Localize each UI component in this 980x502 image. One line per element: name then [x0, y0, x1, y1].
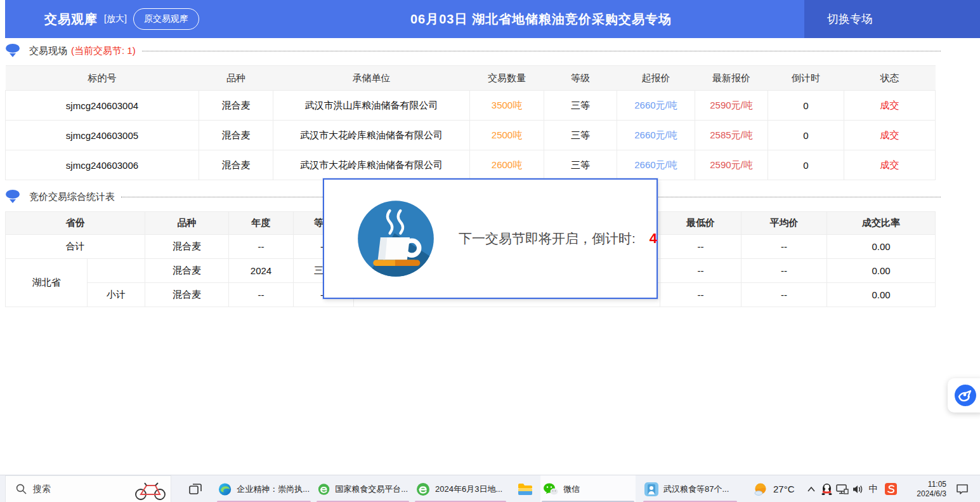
quantity: 3500吨 — [470, 91, 544, 121]
col-avg-price: 平均价 — [742, 212, 827, 235]
start-price: 2660元/吨 — [617, 121, 695, 150]
clock-date: 2024/6/3 — [901, 489, 946, 499]
page-title: 交易观摩 — [44, 11, 98, 28]
table-row: sjmcg240603005 混合麦 武汉市大花岭库粮油储备有限公司 2500吨… — [6, 121, 936, 150]
floating-service-widget[interactable] — [948, 378, 980, 413]
switch-session-button[interactable]: 切换专场 — [804, 0, 980, 38]
taskbar-item-wuhan-grain[interactable]: 武汉粮食等87个... — [642, 475, 738, 502]
modal-countdown-value: 4 — [650, 230, 657, 247]
col-province: 省份 — [6, 212, 145, 235]
modal-message: 下一交易节即将开启，倒计时: — [459, 230, 636, 248]
taskbar-item-360-browser-1[interactable]: 国家粮食交易平台... — [315, 475, 410, 502]
lot-id: sjmcg240603005 — [6, 121, 199, 150]
variety: 混合麦 — [199, 150, 273, 180]
variety: 混合麦 — [199, 121, 273, 150]
360-browser-icon — [416, 482, 430, 496]
clock-time: 11:05 — [901, 480, 946, 489]
avg-price: -- — [742, 235, 827, 259]
col-min-price: 最低价 — [660, 212, 742, 235]
taskbar-search-box[interactable]: 搜索 — [5, 475, 171, 502]
province-subtotal: 小计 — [88, 283, 145, 307]
sun-cloud-weather-icon — [753, 482, 768, 496]
weather-widget[interactable]: 27°C — [750, 475, 801, 502]
task-label: 武汉粮食等87个... — [663, 484, 729, 495]
col-deal-ratio: 成交比率 — [827, 212, 936, 235]
taskbar-clock[interactable]: 11:05 2024/6/3 — [901, 475, 946, 502]
task-label: 2024年6月3日地... — [435, 484, 502, 495]
variety: 混合麦 — [145, 235, 229, 259]
lot-id: sjmcg240603004 — [6, 91, 199, 121]
deal-ratio: 0.00 — [827, 235, 936, 259]
task-label: 企业精神：崇尚执... — [237, 484, 310, 495]
section-bullet-icon — [5, 190, 20, 204]
current-session-note: (当前交易节: 1) — [71, 45, 136, 57]
col-lot-id: 标的号 — [6, 66, 199, 91]
quantity: 2500吨 — [470, 121, 544, 150]
stats-section-title: 竞价交易综合统计表 — [29, 191, 115, 203]
live-section-title: 交易现场 — [29, 45, 67, 57]
live-section-header: 交易现场 (当前交易节: 1) — [5, 43, 941, 58]
variety: 混合麦 — [145, 283, 229, 307]
contact-app-icon — [644, 482, 658, 496]
province-sub — [88, 259, 145, 283]
depot: 武汉市大花岭库粮油储备有限公司 — [273, 150, 470, 180]
deal-ratio: 0.00 — [827, 283, 936, 307]
col-quantity: 交易数量 — [470, 66, 544, 91]
zoom-link[interactable]: [放大] — [104, 13, 127, 25]
avg-price: -- — [742, 283, 827, 307]
search-icon — [16, 484, 27, 494]
tray-ime-indicator[interactable]: 中 — [866, 475, 880, 502]
status-badge: 成交 — [844, 91, 936, 121]
province-name: 湖北省 — [6, 259, 88, 307]
tray-network-display-icon[interactable] — [835, 475, 850, 502]
status-badge: 成交 — [844, 150, 936, 180]
coffee-cup-icon — [356, 199, 436, 279]
search-highlight-bicycle-icon[interactable] — [134, 479, 167, 501]
taskbar-item-wechat[interactable]: 微信 — [540, 475, 636, 502]
task-view-icon[interactable] — [185, 475, 206, 502]
lot-id: sjmcg240603006 — [6, 150, 199, 180]
variety: 混合麦 — [199, 91, 273, 121]
start-price: 2660元/吨 — [617, 150, 695, 180]
col-countdown: 倒计时 — [768, 66, 844, 91]
grade: 三等 — [544, 91, 617, 121]
variety: 混合麦 — [145, 259, 229, 283]
notification-center-icon[interactable] — [953, 475, 972, 502]
latest-price: 2590元/吨 — [695, 91, 768, 121]
avg-price: -- — [742, 259, 827, 283]
ime-label: 中 — [869, 483, 879, 495]
app-header: 交易观摩 [放大] 原交易观摩 06月03日 湖北省地储粮油竞价采购交易专场 切… — [5, 0, 980, 38]
file-explorer-icon[interactable] — [515, 475, 535, 502]
tray-sogou-icon[interactable] — [883, 475, 898, 502]
table-row: sjmcg240603006 混合麦 武汉市大花岭库粮油储备有限公司 2600吨… — [6, 150, 936, 180]
countdown: 0 — [768, 91, 844, 121]
section-bullet-icon — [5, 44, 20, 58]
tray-volume-icon[interactable] — [851, 475, 866, 502]
taskbar-item-360-browser-2[interactable]: 2024年6月3日地... — [414, 475, 507, 502]
taskbar-item-edge[interactable]: 企业精神：崇尚执... — [216, 475, 312, 502]
task-label: 微信 — [563, 484, 580, 495]
latest-price: 2590元/吨 — [695, 150, 768, 180]
live-trading-table: 标的号 品种 承储单位 交易数量 等级 起报价 最新报价 倒计时 状态 sjmc… — [5, 65, 936, 180]
year: 2024 — [229, 259, 294, 283]
search-input[interactable]: 搜索 — [33, 484, 51, 495]
col-latest-price: 最新报价 — [695, 66, 768, 91]
tray-qq-icon[interactable] — [820, 475, 833, 502]
header-left: 交易观摩 [放大] 原交易观摩 — [5, 8, 278, 30]
task-label: 国家粮食交易平台... — [335, 484, 408, 495]
col-variety: 品种 — [145, 212, 229, 235]
min-price: -- — [660, 235, 742, 259]
dotted-divider — [142, 51, 941, 51]
col-start-price: 起报价 — [617, 66, 695, 91]
taskbar: 搜索 企业精神：崇尚执... — [0, 475, 980, 502]
min-price: -- — [660, 283, 742, 307]
table-row: sjmcg240603004 混合麦 武汉市洪山库粮油储备有限公司 3500吨 … — [6, 91, 936, 121]
temperature-label: 27°C — [773, 484, 795, 494]
col-year: 年度 — [229, 212, 294, 235]
countdown: 0 — [768, 121, 844, 150]
tray-chevron-up-icon[interactable] — [804, 475, 818, 502]
col-status: 状态 — [844, 66, 936, 91]
original-view-button[interactable]: 原交易观摩 — [133, 8, 199, 30]
event-title: 06月03日 湖北省地储粮油竞价采购交易专场 — [278, 11, 804, 28]
col-variety: 品种 — [199, 66, 273, 91]
